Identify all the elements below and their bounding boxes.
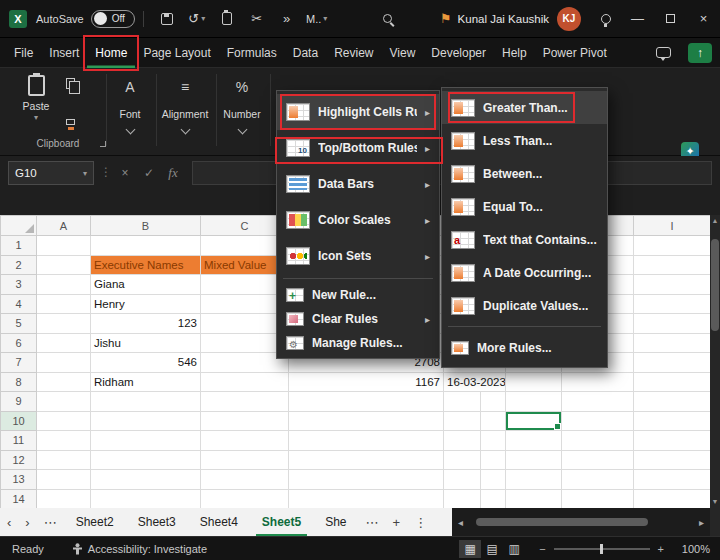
vertical-scroll-thumb[interactable] (711, 239, 719, 331)
cell-C8[interactable] (201, 372, 289, 392)
cell-A10[interactable] (37, 411, 91, 431)
minimize-button[interactable]: — (621, 0, 654, 38)
qat-overflow-button[interactable]: » (275, 6, 299, 32)
scroll-down-icon[interactable]: ▼ (710, 497, 720, 507)
cell-A4[interactable] (37, 294, 91, 314)
sheet-tab-sheet4[interactable]: Sheet4 (188, 508, 250, 536)
paste-button[interactable]: Paste ▾ (16, 72, 56, 130)
cell-I3[interactable] (634, 275, 711, 295)
column-header-A[interactable]: A (37, 216, 91, 236)
format-painter-button[interactable] (66, 114, 75, 128)
menu-item-icon-sets[interactable]: Icon Sets▸ (277, 238, 439, 274)
cell-G8[interactable] (506, 372, 562, 392)
cell-B5[interactable]: 123 (91, 314, 201, 334)
tab-overflow-icon[interactable]: ⋯ (359, 515, 386, 530)
tab-help[interactable]: Help (494, 38, 535, 68)
cell-F9[interactable] (481, 392, 506, 412)
cell-F12[interactable] (481, 450, 506, 470)
cell-G13[interactable] (506, 470, 562, 490)
name-box[interactable]: G10 ▾ (8, 161, 94, 185)
cell-H8[interactable] (562, 372, 634, 392)
zoom-out-icon[interactable]: − (539, 543, 545, 555)
submenu-item-more-rules[interactable]: More Rules... (442, 331, 607, 364)
tab-page-layout[interactable]: Page Layout (135, 38, 218, 68)
cell-A3[interactable] (37, 275, 91, 295)
tab-insert[interactable]: Insert (41, 38, 87, 68)
tab-review[interactable]: Review (326, 38, 381, 68)
cell-B12[interactable] (91, 450, 201, 470)
cell-A5[interactable] (37, 314, 91, 334)
tab-formulas[interactable]: Formulas (219, 38, 285, 68)
page-layout-view-icon[interactable]: ▤ (481, 540, 503, 558)
cell-I5[interactable] (634, 314, 711, 334)
cell-F14[interactable] (481, 489, 506, 508)
cell-E9[interactable] (444, 392, 481, 412)
share-button[interactable]: ↑ (688, 43, 712, 63)
row-header-6[interactable]: 6 (1, 333, 37, 353)
cell-A9[interactable] (37, 392, 91, 412)
add-sheet-icon[interactable]: + (386, 515, 408, 530)
cell-E14[interactable] (444, 489, 481, 508)
row-header-13[interactable]: 13 (1, 470, 37, 490)
cell-C9[interactable] (201, 392, 289, 412)
avatar[interactable]: KJ (557, 7, 581, 31)
menu-item-color-scales[interactable]: Color Scales▸ (277, 202, 439, 238)
cell-A14[interactable] (37, 489, 91, 508)
insert-function-button[interactable]: fx (162, 161, 184, 185)
comments-button[interactable] (651, 40, 675, 66)
menu-item-new-rule[interactable]: New Rule... (277, 283, 439, 307)
cell-B6[interactable]: Jishu (91, 333, 201, 353)
cell-E8[interactable]: 16-03-2023 (444, 372, 506, 392)
row-header-14[interactable]: 14 (1, 489, 37, 508)
tab-data[interactable]: Data (285, 38, 326, 68)
undo-button[interactable]: ↺▾ (185, 6, 209, 32)
cell-H9[interactable] (562, 392, 634, 412)
submenu-item-equal-to[interactable]: Equal To... (442, 190, 607, 223)
cell-I8[interactable] (634, 372, 711, 392)
number-group-button[interactable]: % Number (216, 74, 268, 148)
cell-F11[interactable] (481, 431, 506, 451)
scroll-up-icon[interactable]: ▲ (710, 216, 720, 226)
cell-H14[interactable] (562, 489, 634, 508)
cell-D14[interactable] (289, 489, 444, 508)
cell-A1[interactable] (37, 236, 91, 256)
cell-C12[interactable] (201, 450, 289, 470)
menu-item-manage-rules[interactable]: Manage Rules... (277, 331, 439, 355)
cell-B9[interactable] (91, 392, 201, 412)
submenu-item-greater-than[interactable]: Greater Than... (442, 91, 607, 124)
zoom-slider-knob[interactable] (600, 544, 603, 554)
user-name[interactable]: Kunal Jai Kaushik (458, 13, 549, 25)
submenu-item-duplicate-values[interactable]: Duplicate Values... (442, 289, 607, 322)
tab-file[interactable]: File (6, 38, 41, 68)
zoom-slider[interactable] (554, 548, 650, 550)
sheet-tab-sheet3[interactable]: Sheet3 (126, 508, 188, 536)
cell-G10[interactable] (506, 411, 562, 431)
cell-I6[interactable] (634, 333, 711, 353)
menu-item-clear-rules[interactable]: Clear Rules▸ (277, 307, 439, 331)
ideas-button[interactable] (594, 6, 618, 32)
tab-home[interactable]: Home (87, 38, 135, 68)
row-header-3[interactable]: 3 (1, 275, 37, 295)
cell-C14[interactable] (201, 489, 289, 508)
cell-B13[interactable] (91, 470, 201, 490)
cell-D9[interactable] (289, 392, 444, 412)
cell-G12[interactable] (506, 450, 562, 470)
row-header-8[interactable]: 8 (1, 372, 37, 392)
copy-button[interactable] (66, 78, 75, 92)
cell-I2[interactable] (634, 255, 711, 275)
submenu-item-between[interactable]: Between... (442, 157, 607, 190)
zoom-level[interactable]: 100% (664, 543, 710, 555)
cell-I10[interactable] (634, 411, 711, 431)
select-all-corner[interactable] (1, 216, 37, 236)
menu-item-highlight-cells-rules[interactable]: Highlight Cells Rules▸ (277, 94, 439, 130)
paste-qat-button[interactable] (215, 6, 239, 32)
cell-I7[interactable] (634, 353, 711, 373)
cell-I4[interactable] (634, 294, 711, 314)
vertical-scrollbar[interactable]: ▲ ▼ (710, 215, 720, 508)
cell-I11[interactable] (634, 431, 711, 451)
cell-B8[interactable]: Ridham (91, 372, 201, 392)
cell-G11[interactable] (506, 431, 562, 451)
tab-power-pivot[interactable]: Power Pivot (535, 38, 615, 68)
cell-D8[interactable]: 1167 (289, 372, 444, 392)
cell-H10[interactable] (562, 411, 634, 431)
